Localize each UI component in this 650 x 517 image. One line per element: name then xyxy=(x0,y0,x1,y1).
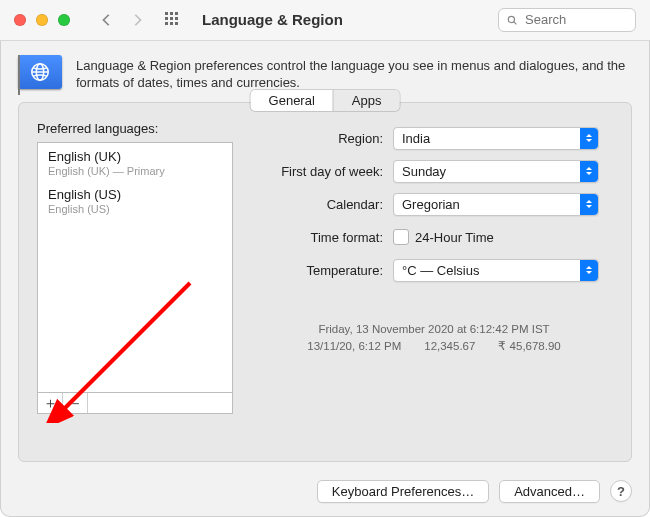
show-all-button[interactable] xyxy=(160,7,186,33)
svg-rect-6 xyxy=(165,22,168,25)
search-input[interactable] xyxy=(523,11,627,28)
firstday-value: Sunday xyxy=(402,164,446,179)
chevron-updown-icon xyxy=(580,260,598,281)
search-field[interactable] xyxy=(498,8,636,32)
temperature-label: Temperature: xyxy=(255,263,393,278)
svg-rect-7 xyxy=(170,22,173,25)
svg-rect-1 xyxy=(170,12,173,15)
list-item-name: English (UK) xyxy=(48,149,222,164)
tab-general[interactable]: General xyxy=(251,90,333,111)
temperature-select[interactable]: °C — Celsius xyxy=(393,259,599,282)
settings-panel: General Apps Preferred languages: Englis… xyxy=(18,102,632,462)
traffic-light-zoom[interactable] xyxy=(58,14,70,26)
svg-rect-2 xyxy=(175,12,178,15)
chevron-updown-icon xyxy=(580,128,598,149)
back-button[interactable] xyxy=(94,7,120,33)
svg-line-10 xyxy=(514,22,517,25)
traffic-light-close[interactable] xyxy=(14,14,26,26)
tab-apps[interactable]: Apps xyxy=(333,90,400,111)
chevron-updown-icon xyxy=(580,194,598,215)
region-form: Region: India First day of week: xyxy=(255,121,613,394)
timeformat-label: Time format: xyxy=(255,230,393,245)
remove-language-button[interactable]: － xyxy=(63,393,88,413)
svg-rect-5 xyxy=(175,17,178,20)
format-example-line2: 13/11/20, 6:12 PM 12,345.67 ₹ 45,678.90 xyxy=(255,338,613,355)
search-icon xyxy=(507,14,517,26)
intro-row: Language & Region preferences control th… xyxy=(18,55,632,92)
firstday-label: First day of week: xyxy=(255,164,393,179)
forward-button[interactable] xyxy=(124,7,150,33)
footer: Keyboard Preferences… Advanced… ? xyxy=(0,476,650,517)
format-example: Friday, 13 November 2020 at 6:12:42 PM I… xyxy=(255,321,613,354)
add-language-button[interactable]: ＋ xyxy=(38,393,63,413)
preferred-languages-label: Preferred languages: xyxy=(37,121,233,136)
advanced-button[interactable]: Advanced… xyxy=(499,480,600,503)
calendar-value: Gregorian xyxy=(402,197,460,212)
temperature-value: °C — Celsius xyxy=(402,263,479,278)
24hour-checkbox-label: 24-Hour Time xyxy=(415,230,494,245)
keyboard-preferences-button[interactable]: Keyboard Preferences… xyxy=(317,480,489,503)
region-select[interactable]: India xyxy=(393,127,599,150)
list-item[interactable]: English (US) English (US) xyxy=(38,181,232,219)
list-item[interactable]: English (UK) English (UK) — Primary xyxy=(38,143,232,181)
svg-rect-8 xyxy=(175,22,178,25)
language-region-icon xyxy=(18,55,62,89)
preferred-languages-section: Preferred languages: English (UK) Englis… xyxy=(37,121,233,394)
format-example-line1: Friday, 13 November 2020 at 6:12:42 PM I… xyxy=(255,321,613,338)
svg-point-9 xyxy=(508,16,514,22)
svg-rect-0 xyxy=(165,12,168,15)
tab-bar: General Apps xyxy=(251,90,400,111)
list-item-name: English (US) xyxy=(48,187,222,202)
svg-rect-3 xyxy=(165,17,168,20)
calendar-label: Calendar: xyxy=(255,197,393,212)
24hour-checkbox[interactable] xyxy=(393,229,409,245)
minus-icon: － xyxy=(68,394,83,413)
preferences-window: Language & Region Language & Region pref… xyxy=(0,0,650,517)
plus-icon: ＋ xyxy=(43,394,58,413)
content: Language & Region preferences control th… xyxy=(0,41,650,476)
list-item-subtitle: English (UK) — Primary xyxy=(48,165,222,177)
svg-rect-4 xyxy=(170,17,173,20)
titlebar: Language & Region xyxy=(0,0,650,41)
list-item-subtitle: English (US) xyxy=(48,203,222,215)
firstday-select[interactable]: Sunday xyxy=(393,160,599,183)
help-button[interactable]: ? xyxy=(610,480,632,502)
region-value: India xyxy=(402,131,430,146)
intro-text: Language & Region preferences control th… xyxy=(76,55,632,92)
preferred-languages-list[interactable]: English (UK) English (UK) — Primary Engl… xyxy=(37,142,233,394)
traffic-light-minimize[interactable] xyxy=(36,14,48,26)
region-label: Region: xyxy=(255,131,393,146)
page-title: Language & Region xyxy=(202,11,343,28)
chevron-updown-icon xyxy=(580,161,598,182)
calendar-select[interactable]: Gregorian xyxy=(393,193,599,216)
nav-group xyxy=(94,7,150,33)
list-toolbar: ＋ － xyxy=(37,392,233,414)
